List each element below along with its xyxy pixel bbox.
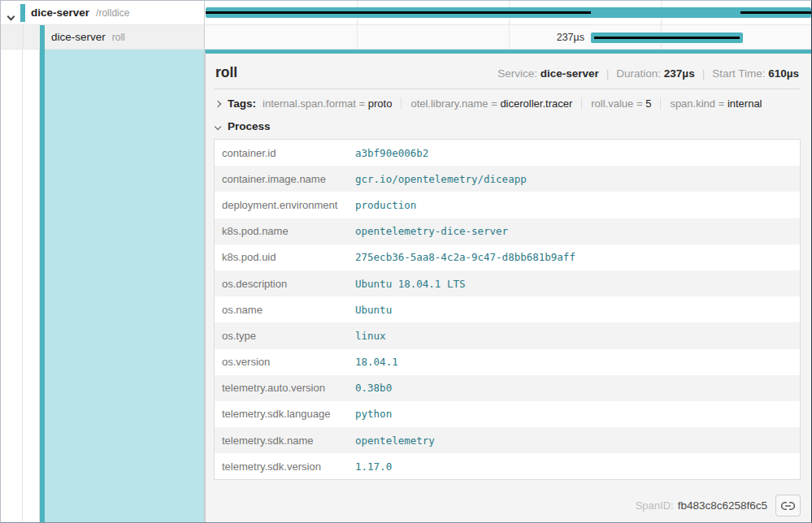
process-key: os.description — [215, 278, 355, 290]
chevron-down-icon — [215, 123, 221, 129]
selected-span-rail — [1, 50, 205, 522]
process-key: k8s.pod.name — [215, 225, 355, 237]
process-value: a3bf90e006b2 — [355, 147, 428, 159]
process-key: container.id — [215, 147, 355, 159]
process-key: os.type — [215, 330, 355, 342]
chevron-down-icon — [7, 13, 15, 21]
meta-divider: | — [599, 67, 617, 80]
copy-span-link-button[interactable] — [775, 495, 801, 517]
process-label: Process — [228, 120, 271, 132]
service-name: dice-server — [31, 6, 89, 19]
span-title: roll — [215, 64, 237, 81]
table-row: os.version18.04.1 — [215, 349, 800, 375]
span-detail-footer: SpanID: fb483c8c6258f6c5 — [636, 495, 801, 517]
tags-label: Tags: — [228, 97, 256, 110]
process-section-toggle[interactable]: Process — [206, 113, 811, 139]
table-row: telemetry.auto.version0.38b0 — [215, 375, 800, 401]
tree-indent-column — [23, 50, 40, 522]
process-key: telemetry.auto.version — [215, 382, 355, 394]
table-row: k8s.pod.nameopentelemetry-dice-server — [215, 218, 800, 244]
span-row-rolldice[interactable]: dice-server /rolldice — [1, 1, 811, 25]
process-value: Ubuntu — [355, 304, 392, 316]
spanid-value: fb483c8c6258f6c5 — [678, 499, 767, 512]
process-key: k8s.pod.uid — [215, 251, 355, 263]
process-key: telemetry.sdk.name — [215, 434, 355, 447]
process-value: gcr.io/opentelemetry/diceapp — [355, 173, 527, 185]
service-value: dice-server — [541, 67, 599, 80]
span-bar-rolldice[interactable] — [206, 7, 811, 18]
tree-indent-column — [1, 50, 23, 522]
process-key: deployment.environment — [215, 199, 355, 211]
spanid-label: SpanID: — [636, 499, 674, 512]
span-duration-label: 237µs — [205, 25, 584, 50]
table-row: telemetry.sdk.languagepython — [215, 401, 800, 427]
process-key: container.image.name — [215, 173, 355, 185]
critical-path-segment — [740, 11, 811, 14]
timeline-cell: 237µs — [205, 25, 811, 50]
table-row: deployment.environmentproduction — [215, 192, 800, 218]
table-row: container.image.namegcr.io/opentelemetry… — [215, 166, 800, 192]
start-time-value: 610µs — [768, 67, 799, 80]
duration-label: Duration: — [616, 67, 661, 80]
critical-path-segment — [206, 11, 591, 14]
process-key: os.name — [215, 304, 355, 316]
process-value: 0.38b0 — [355, 382, 392, 394]
timeline-cell — [205, 1, 811, 25]
span-name-cell-roll[interactable]: dice-server roll — [1, 25, 205, 50]
table-row: os.nameUbuntu — [215, 296, 800, 322]
tags-section-toggle[interactable]: Tags: internal.span.format = proto otel.… — [206, 89, 811, 113]
span-row-roll[interactable]: dice-server roll 237µs — [1, 25, 811, 50]
critical-path-segment — [594, 37, 740, 39]
process-value: production — [355, 199, 416, 211]
process-key: os.version — [215, 356, 355, 368]
service-label: Service: — [497, 67, 537, 80]
meta-divider: | — [695, 67, 713, 80]
tag-item: roll.value = 5 — [581, 97, 660, 110]
start-time-label: Start Time: — [712, 67, 765, 80]
duration-value: 237µs — [664, 67, 695, 80]
process-value: Ubuntu 18.04.1 LTS — [355, 278, 465, 290]
table-row: os.descriptionUbuntu 18.04.1 LTS — [215, 270, 800, 296]
service-color-bar — [20, 4, 25, 22]
table-row: container.ida3bf90e006b2 — [215, 140, 800, 166]
process-value: 275ecb36-5aa8-4c2a-9c47-d8bb681b9aff — [355, 251, 575, 263]
process-value: 18.04.1 — [355, 356, 398, 368]
tag-item: internal.span.format = proto — [263, 97, 401, 110]
service-color-bar — [40, 25, 45, 50]
table-row: telemetry.sdk.version1.17.0 — [215, 453, 800, 479]
collapse-children-button[interactable] — [8, 8, 14, 23]
process-value: linux — [355, 330, 386, 342]
span-detail-panel: roll Service: dice-server|Duration: 237µ… — [205, 50, 811, 522]
jaeger-trace-window: dice-server /rolldice dice-server roll 2… — [0, 0, 812, 523]
span-meta: Service: dice-server|Duration: 237µs|Sta… — [497, 67, 799, 80]
process-value: opentelemetry — [355, 434, 435, 447]
process-key: telemetry.sdk.version — [215, 460, 355, 473]
selected-span-highlight — [45, 50, 204, 522]
tree-indent-guide — [23, 25, 24, 49]
table-row: k8s.pod.uid275ecb36-5aa8-4c2a-9c47-d8bb6… — [215, 244, 800, 270]
tag-item: span.kind = internal — [660, 97, 771, 110]
process-value: 1.17.0 — [355, 460, 392, 473]
span-bar-roll[interactable] — [591, 32, 743, 43]
process-key: telemetry.sdk.language — [215, 408, 355, 420]
chevron-right-icon — [215, 100, 221, 106]
span-detail-header: roll Service: dice-server|Duration: 237µ… — [214, 54, 801, 89]
table-row: telemetry.sdk.nameopentelemetry — [215, 427, 800, 453]
link-icon — [781, 501, 795, 511]
service-name: dice-server — [51, 31, 106, 43]
tag-item: otel.library.name = diceroller.tracer — [401, 97, 581, 110]
table-row: os.typelinux — [215, 322, 800, 348]
process-table: container.ida3bf90e006b2 container.image… — [214, 139, 801, 480]
span-name-cell-rolldice[interactable]: dice-server /rolldice — [1, 1, 205, 25]
process-value: opentelemetry-dice-server — [355, 225, 508, 237]
process-value: python — [355, 408, 392, 420]
operation-name: /rolldice — [96, 7, 129, 19]
operation-name: roll — [112, 32, 125, 43]
